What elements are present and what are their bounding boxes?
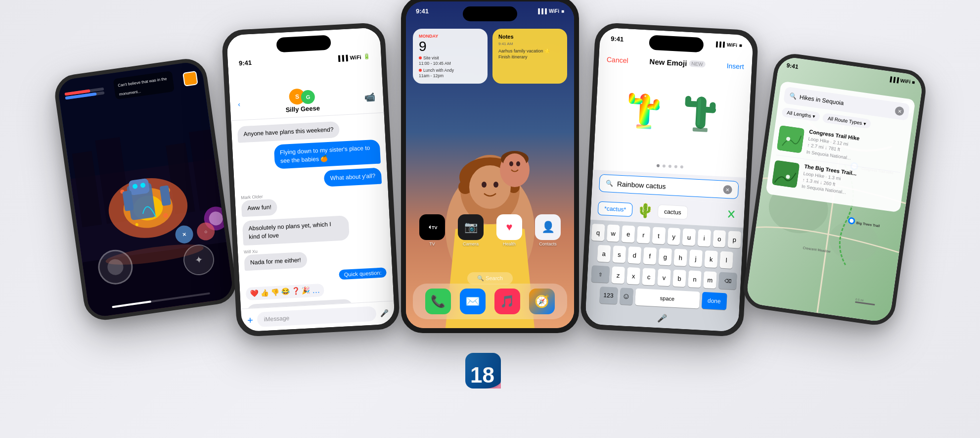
player-avatar [182, 71, 198, 87]
suggestion-chip-1[interactable]: *cactus* [598, 201, 633, 217]
svg-rect-45 [628, 93, 635, 104]
battery-maps: ■ [911, 79, 915, 87]
dock-mail-icon[interactable]: ✉️ [460, 289, 486, 314]
key-y[interactable]: y [667, 227, 680, 244]
messages-time: 9:41 [239, 58, 252, 66]
key-a[interactable]: a [597, 244, 611, 262]
key-w[interactable]: w [606, 224, 620, 242]
wifi-icon: WiFi [350, 53, 361, 60]
app-contacts-icon[interactable]: 👤 [535, 214, 561, 240]
key-l[interactable]: l [719, 251, 733, 268]
hud-avatar [182, 71, 198, 87]
key-delete[interactable]: ⌫ [718, 272, 737, 290]
button-action-2[interactable]: ○ [196, 221, 216, 242]
dock-music: 🎵 [494, 289, 520, 314]
messages-text-input[interactable]: iMessage [257, 306, 377, 327]
emoji-insert-button[interactable]: Insert [726, 61, 744, 70]
key-m[interactable]: m [703, 271, 717, 288]
key-shift[interactable]: ⇧ [591, 265, 610, 283]
svg-point-35 [493, 182, 498, 188]
signal-icon-emoji: ▐▐▐ [714, 41, 725, 47]
search-pill[interactable]: 🔍 Search [467, 272, 513, 285]
key-i[interactable]: i [697, 229, 711, 246]
emoji-keyboard: q w e r t y u i o p a s d [585, 219, 744, 332]
compass-button[interactable]: ✦ [181, 243, 216, 277]
notes-widget[interactable]: Notes 9:41 AM Aarhus family vacation 🌟Fi… [492, 29, 567, 84]
key-q[interactable]: q [591, 223, 605, 241]
emoji-app: 9:41 ▐▐▐ WiFi ■ Cancel New Emoji NEW Ins… [585, 27, 754, 332]
dock-phone-icon[interactable]: 📞 [425, 289, 451, 314]
emoji-search-input[interactable]: Rainbow cactus [617, 180, 719, 193]
key-d[interactable]: d [628, 246, 642, 263]
home-status-bar: 9:41 ▐▐▐ WiFi ■ [406, 1, 574, 18]
key-emoji-switch[interactable]: ☺ [620, 288, 633, 305]
dock-phone: 📞 [425, 289, 451, 314]
suggestion-chip-2[interactable]: cactus [657, 204, 688, 219]
filter-route-type[interactable]: All Route Types ▾ [822, 113, 872, 129]
filter-length[interactable]: All Lengths ▾ [781, 107, 820, 122]
home-dock: 📞 ✉️ 🎵 🧭 [413, 284, 567, 319]
keyboard-mic-row: 🎤 [587, 306, 737, 330]
svg-point-40 [516, 161, 520, 166]
signal-icon: ▐▐▐ [336, 54, 348, 61]
game-buttons: ✕ ○ ✦ [174, 221, 221, 278]
messages-back-button[interactable]: ‹ [238, 99, 241, 107]
button-action-1[interactable]: ✕ [174, 224, 194, 244]
message-item-6: Will Xu Nada for me either! [244, 242, 386, 271]
map-search-text[interactable]: Hikes in Sequoia [799, 94, 892, 113]
key-u[interactable]: u [682, 228, 696, 245]
key-done[interactable]: done [701, 292, 727, 310]
key-e[interactable]: e [622, 225, 635, 243]
emoji-search-clear-button[interactable]: ✕ [723, 185, 732, 194]
key-o[interactable]: o [713, 230, 726, 247]
key-space[interactable]: space [635, 288, 700, 308]
app-tv-icon[interactable]: TV [419, 214, 445, 240]
map-search-clear[interactable]: ✕ [894, 106, 904, 116]
key-j[interactable]: j [689, 249, 703, 267]
key-g[interactable]: g [658, 248, 672, 265]
app-health-icon[interactable]: ♥ [496, 214, 522, 240]
key-z[interactable]: z [611, 266, 625, 284]
dock-music-icon[interactable]: 🎵 [494, 289, 520, 314]
key-c[interactable]: c [642, 268, 656, 285]
svg-text:18: 18 [470, 363, 494, 387]
emoji-cancel-button[interactable]: Cancel [607, 55, 628, 64]
heart-icon: ♥ [506, 221, 512, 234]
key-n[interactable]: n [688, 270, 702, 288]
key-p[interactable]: p [728, 231, 741, 248]
key-r[interactable]: r [637, 226, 650, 243]
svg-rect-43 [639, 93, 650, 126]
msg-bubble-4: Aww fun! [241, 198, 278, 217]
messages-mic-button[interactable]: 🎤 [380, 309, 389, 317]
key-f[interactable]: f [643, 247, 657, 264]
dock-mail: ✉️ [460, 289, 486, 314]
mic-icon[interactable]: 🎤 [657, 313, 667, 323]
cal-dot-1 [419, 56, 422, 59]
contact-name: Silly Geese [285, 104, 320, 113]
chevron-down-type: ▾ [863, 120, 866, 126]
calendar-widget[interactable]: MONDAY 9 Site visit11:00 - 10:45 AM Lunc… [413, 29, 488, 84]
key-t[interactable]: t [652, 227, 665, 244]
emoji-delete-icon[interactable] [725, 207, 737, 222]
reaction-heart: ❤️ [250, 289, 259, 298]
emoji-new-badge: NEW [689, 60, 706, 67]
svg-point-34 [482, 182, 487, 188]
phone-maps: Congress Trail Hike Big Trees Trail Gene… [741, 51, 928, 327]
contacts-icon: 👤 [541, 221, 555, 234]
key-x[interactable]: x [626, 267, 640, 284]
video-call-button[interactable]: 📹 [364, 91, 375, 102]
emoji-search-bar[interactable]: 🔍 Rainbow cactus ✕ [599, 174, 739, 199]
key-h[interactable]: h [673, 248, 687, 266]
key-k[interactable]: k [704, 250, 718, 267]
svg-rect-54 [685, 96, 691, 107]
key-numbers[interactable]: 123 [599, 286, 618, 304]
dock-safari-icon[interactable]: 🧭 [529, 289, 555, 314]
key-v[interactable]: v [657, 269, 671, 286]
avatar-2: G [301, 90, 315, 104]
key-b[interactable]: b [672, 269, 686, 287]
key-s[interactable]: s [613, 245, 626, 263]
emoji-title-group: New Emoji NEW [649, 57, 706, 68]
messages-plus-button[interactable]: + [247, 314, 254, 326]
msg-bubble-2: Flying down to my sister's place to see … [273, 139, 381, 169]
app-camera-icon[interactable]: 📷 [458, 214, 484, 240]
